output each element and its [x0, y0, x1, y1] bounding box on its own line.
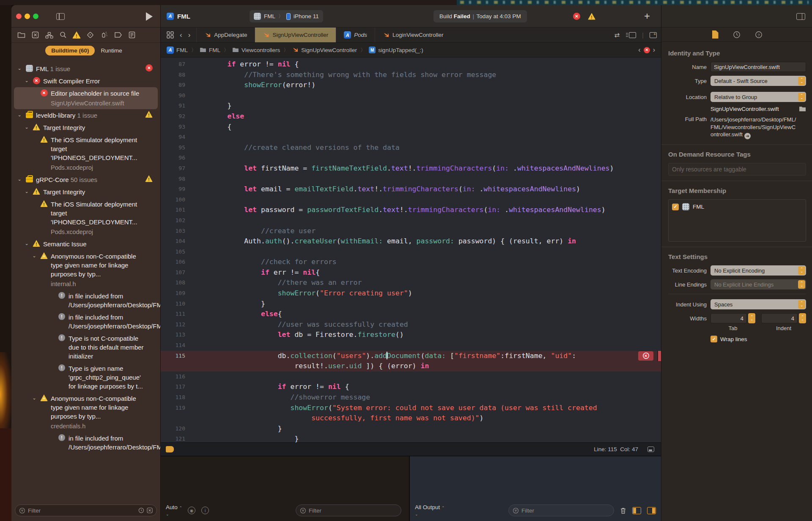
previous-issue-button[interactable]: ‹ — [638, 46, 640, 54]
issue-row[interactable]: ⌄✕Swift Compiler Error — [14, 75, 158, 87]
close-window-button[interactable] — [16, 14, 22, 19]
code-line-117[interactable]: 117 if error != nil { — [161, 382, 661, 392]
show-console-view-icon[interactable] — [647, 507, 656, 514]
breakpoint-navigator-icon[interactable] — [113, 30, 123, 40]
breadcrumb-item[interactable]: FML — [200, 47, 220, 53]
target-checkbox-checked[interactable]: ✓ — [672, 204, 679, 210]
code-line-110[interactable]: 110 } — [161, 299, 661, 309]
editor-tab-appdelegate[interactable]: AppDelegate — [196, 28, 255, 42]
chevron-down-icon[interactable]: ⌄ — [16, 175, 22, 182]
chevron-down-icon[interactable]: ⌄ — [31, 252, 37, 259]
code-line-102[interactable]: 102 — [161, 215, 661, 226]
info-icon[interactable]: i — [201, 507, 209, 514]
code-line-101[interactable]: 101 let password = passwordTextField.tex… — [161, 205, 661, 215]
code-line-96[interactable]: 96 — [161, 153, 661, 163]
console-scope-popup[interactable]: All Output ⌃⌄ — [415, 504, 444, 517]
code-line-99[interactable]: 99 let email = emailTextField.text!.trim… — [161, 184, 661, 195]
debug-navigator-icon[interactable] — [99, 30, 109, 40]
zoom-window-button[interactable] — [33, 14, 38, 19]
issue-row[interactable]: !in file included from /Users/josephferr… — [14, 432, 158, 453]
code-line-116[interactable]: 116 — [161, 372, 661, 382]
project-navigator-icon[interactable] — [16, 30, 26, 40]
recent-issues-icon[interactable] — [138, 507, 144, 513]
code-line-114[interactable]: 114 — [161, 340, 661, 351]
toolbar-error-count-icon[interactable]: ✕ — [573, 13, 580, 20]
toolbar-warning-count-icon[interactable] — [588, 13, 595, 20]
symbol-navigator-icon[interactable] — [44, 30, 54, 40]
help-inspector-icon[interactable]: ? — [755, 31, 763, 39]
variables-filter-input[interactable]: Filter — [296, 504, 401, 516]
type-popup[interactable]: Default - Swift Source⌃⌄ — [710, 76, 806, 86]
code-line-92[interactable]: 92 else — [161, 111, 661, 122]
code-line-106[interactable]: 106 //check for errors — [161, 257, 661, 267]
code-line-91[interactable]: 91 } — [161, 101, 661, 111]
breadcrumb-item[interactable]: MsignUpTapped(_:) — [369, 47, 423, 53]
chevron-down-icon[interactable]: ⌄ — [16, 111, 22, 118]
console-filter-input[interactable]: Filter — [508, 504, 614, 516]
code-line-112[interactable]: 112 //user was successfully created — [161, 320, 661, 330]
indent-using-popup[interactable]: Spaces⌃⌄ — [710, 299, 806, 309]
editor-settings-icon[interactable] — [647, 447, 654, 452]
code-line-105[interactable]: 105 — [161, 247, 661, 257]
next-issue-button[interactable]: › — [653, 46, 655, 54]
code-line-107[interactable]: 107 if err != nil{ — [161, 267, 661, 278]
go-forward-button[interactable]: › — [188, 31, 191, 39]
code-line-98[interactable]: 98 — [161, 174, 661, 185]
indent-width-stepper[interactable]: ⌃⌄ — [799, 313, 806, 323]
issue-row[interactable]: ⌄Target Integrity — [14, 186, 158, 198]
code-line-wrap[interactable]: successfully, first name was not saved)"… — [161, 413, 661, 424]
issue-row[interactable]: The iOS Simulator deployment target 'IPH… — [14, 198, 158, 238]
chevron-down-icon[interactable]: ⌄ — [16, 64, 22, 71]
code-review-icon[interactable]: ⇄ — [614, 31, 620, 39]
issue-row[interactable]: The iOS Simulator deployment target 'IPH… — [14, 134, 158, 174]
code-line-115[interactable]: 115 db.collection("users").addDocument(d… — [161, 351, 661, 361]
clear-filter-icon[interactable] — [147, 507, 153, 513]
tab-buildtime[interactable]: Buildtime (60) — [45, 46, 95, 55]
code-line-89[interactable]: 89 showError(error!) — [161, 80, 661, 91]
clear-console-icon[interactable] — [620, 507, 626, 514]
find-navigator-icon[interactable] — [58, 30, 68, 40]
code-line-111[interactable]: 111 else{ — [161, 309, 661, 320]
code-line-100[interactable]: 100 — [161, 195, 661, 205]
source-control-navigator-icon[interactable] — [30, 30, 40, 40]
chevron-down-icon[interactable]: ⌄ — [24, 77, 30, 83]
code-line-109[interactable]: 109 showError("Error creating user") — [161, 288, 661, 299]
go-back-button[interactable]: ‹ — [180, 31, 182, 39]
editor-tab-signupviewcontroller[interactable]: SignUpViewController — [255, 28, 336, 42]
issue-row[interactable]: ⌄FML 1 issue✕ — [14, 63, 158, 75]
code-line-108[interactable]: 108 //there was an error — [161, 278, 661, 288]
chevron-down-icon[interactable]: ⌄ — [31, 394, 37, 401]
code-line-87[interactable]: 87 if error != nil { — [161, 59, 661, 70]
issue-row[interactable]: ⌄gRPC-Core 50 issues — [14, 174, 158, 186]
code-line-95[interactable]: 95 //create cleaned versions of the data — [161, 143, 661, 153]
breakpoint-indicator-icon[interactable] — [166, 446, 174, 452]
indent-width-field[interactable]: 4 — [761, 313, 798, 323]
report-navigator-icon[interactable] — [127, 30, 137, 40]
issue-row[interactable]: ⌄Target Integrity — [14, 121, 158, 134]
target-membership-row[interactable]: ✓ FML — [672, 203, 802, 210]
sidebar-filter-input[interactable]: Filter — [15, 504, 157, 516]
quicklook-icon[interactable]: ◉ — [188, 507, 195, 514]
open-path-arrow-icon[interactable]: ➔ — [744, 133, 751, 139]
code-line-113[interactable]: 113 let db = Firestore.firestore() — [161, 330, 661, 340]
test-navigator-icon[interactable] — [85, 30, 95, 40]
location-popup[interactable]: Relative to Group⌃⌄ — [710, 92, 806, 102]
wrap-lines-checkbox-checked[interactable]: ✓ — [710, 336, 717, 342]
code-line-103[interactable]: 103 //create user — [161, 226, 661, 237]
tab-width-field[interactable]: 4 — [710, 313, 747, 323]
issue-row[interactable]: ⌄Semantic Issue — [14, 238, 158, 250]
code-line-93[interactable]: 93 { — [161, 122, 661, 132]
toggle-navigator-icon[interactable] — [56, 13, 65, 20]
issue-row[interactable]: !in file included from /Users/josephferr… — [14, 290, 158, 311]
issue-row[interactable]: ⌄leveldb-library 1 issue — [14, 109, 158, 121]
chevron-down-icon[interactable]: ⌄ — [24, 123, 30, 130]
code-line-119[interactable]: 119 showError("System error: could not s… — [161, 403, 661, 413]
add-editor-icon[interactable] — [650, 32, 657, 38]
breadcrumb-item[interactable]: SignUpViewController — [292, 47, 357, 53]
inline-error-badge[interactable]: ✕ — [638, 351, 653, 361]
tab-width-stepper[interactable]: ⌃⌄ — [748, 313, 755, 323]
code-line-118[interactable]: 118 //showerror message — [161, 392, 661, 403]
issue-row[interactable]: !in file included from /Users/josephferr… — [14, 311, 158, 332]
toggle-inspector-icon[interactable] — [796, 13, 805, 20]
library-add-button[interactable]: + — [644, 10, 650, 22]
